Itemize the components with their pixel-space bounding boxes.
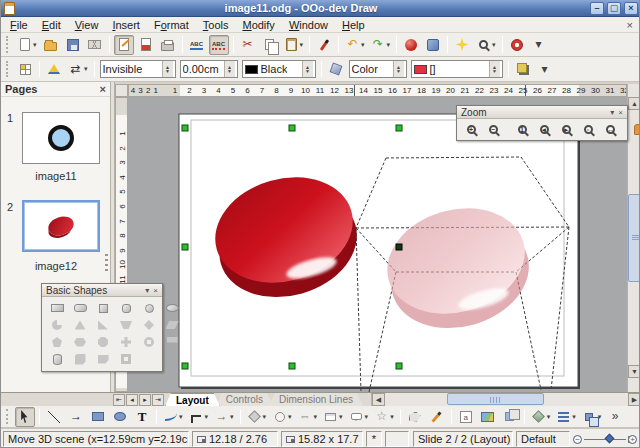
shape-block-arc-button[interactable]: [162, 334, 182, 350]
status-slide[interactable]: Slide 2 / 2 (Layout): [413, 431, 513, 447]
dropdown-arrow-icon[interactable]: ▾: [179, 413, 183, 421]
arrow-style-button[interactable]: ⇄▾: [66, 59, 90, 79]
selection-handle[interactable]: [182, 125, 188, 131]
toolbar-grip[interactable]: [6, 61, 11, 78]
glue-points-button[interactable]: [427, 407, 447, 427]
selection-handle[interactable]: [396, 244, 402, 250]
document-as-email-button[interactable]: [85, 35, 105, 55]
selection-handle[interactable]: [182, 363, 188, 369]
dropdown-arrow-icon[interactable]: ▾: [387, 41, 391, 49]
line-width-input[interactable]: 0.00cm▲▼: [180, 60, 238, 78]
dropdown-arrow-icon[interactable]: ▾: [288, 413, 292, 421]
shape-frame-button[interactable]: [116, 351, 136, 367]
dropdown-arrow-icon[interactable]: ▾: [390, 413, 394, 421]
format-paintbrush-button[interactable]: [314, 35, 334, 55]
flowcharts-button[interactable]: ▾: [321, 407, 345, 427]
line-button[interactable]: [44, 407, 64, 427]
zoom-palette-titlebar[interactable]: Zoom ▾ ×: [457, 106, 627, 119]
line-color-select[interactable]: Black▲▼: [242, 60, 316, 78]
menu-view[interactable]: View: [68, 18, 106, 32]
navigator-button[interactable]: [423, 35, 443, 55]
shadow-button[interactable]: [513, 59, 533, 79]
status-size[interactable]: 15.82 x 17.7: [281, 431, 363, 447]
menu-insert[interactable]: Insert: [105, 18, 147, 32]
alignment-button[interactable]: ▾: [554, 407, 578, 427]
from-file-button[interactable]: [478, 407, 498, 427]
menu-tools[interactable]: Tools: [196, 18, 236, 32]
shape-square-rounded-button[interactable]: [116, 300, 136, 316]
toolbar-grip[interactable]: [6, 36, 11, 52]
copy-button[interactable]: [260, 35, 280, 55]
page-thumbnail-1[interactable]: [22, 112, 100, 164]
toolbar-overflow-button[interactable]: ▾: [529, 35, 549, 55]
basic-shapes-button[interactable]: ▾: [245, 407, 269, 427]
entire-page-button[interactable]: ▫: [578, 121, 598, 138]
spinner-icon[interactable]: ▲▼: [393, 61, 404, 77]
shape-ellipse-button[interactable]: [162, 300, 182, 316]
select-button[interactable]: [15, 407, 35, 427]
zoom-slider[interactable]: − +: [573, 431, 637, 447]
dropdown-arrow-icon[interactable]: ▾: [84, 65, 88, 73]
page-width-button[interactable]: ↔: [600, 121, 620, 138]
scroll-up-icon[interactable]: ▲: [628, 97, 640, 110]
curve-button[interactable]: ▾: [161, 407, 185, 427]
line-ends-with-arrow-button[interactable]: →: [66, 407, 86, 427]
pages-panel-close-icon[interactable]: ×: [100, 83, 106, 95]
minimize-button[interactable]: –: [590, 2, 604, 15]
scroll-left-icon[interactable]: ◀: [372, 393, 385, 406]
zoom-previous-button[interactable]: ◂: [534, 121, 554, 138]
next-page-button[interactable]: ▸: [139, 394, 151, 406]
shift-button[interactable]: [629, 121, 640, 138]
gallery2-button[interactable]: [500, 407, 520, 427]
print-button[interactable]: [158, 35, 178, 55]
shapes-palette-titlebar[interactable]: Basic Shapes ▾ ×: [42, 284, 162, 297]
gallery-button[interactable]: [401, 35, 421, 55]
block-arrows-button[interactable]: ⇔▾: [296, 407, 320, 427]
ruler-corner[interactable]: [115, 84, 128, 97]
stars-and-banners-button[interactable]: ☆▾: [372, 407, 396, 427]
dropdown-arrow-icon[interactable]: ▾: [230, 413, 234, 421]
selection-handle[interactable]: [396, 363, 402, 369]
dropdown-arrow-icon[interactable]: ▾: [205, 413, 209, 421]
selection-handle[interactable]: [396, 125, 402, 131]
menu-format[interactable]: Format: [147, 18, 196, 32]
dropdown-arrow-icon[interactable]: ▾: [365, 413, 369, 421]
arrange-button[interactable]: ▾: [580, 407, 604, 427]
paste-button[interactable]: ▾: [282, 35, 306, 55]
dropdown-arrow-icon[interactable]: ▾: [572, 413, 576, 421]
zoom-in-icon[interactable]: +: [628, 435, 637, 444]
close-button[interactable]: ×: [624, 2, 638, 15]
shape-ring-button[interactable]: [139, 334, 159, 350]
line-style-select[interactable]: Invisible▲▼: [100, 60, 176, 78]
tab-layout[interactable]: Layout: [165, 393, 220, 406]
pages-panel-scroll-handle[interactable]: [105, 254, 108, 272]
last-page-button[interactable]: ⇥: [152, 394, 164, 406]
horizontal-ruler[interactable]: 4321123456789101112131415161718192021222…: [128, 84, 627, 97]
tab-dimension-lines[interactable]: Dimension Lines: [269, 393, 363, 406]
redo-button[interactable]: ↷▾: [369, 35, 393, 55]
zoom-button[interactable]: ▾: [474, 35, 498, 55]
zoom-slider-thumb[interactable]: [605, 433, 615, 443]
edit-file-button[interactable]: [114, 35, 134, 55]
area-style-select[interactable]: Color▲▼: [349, 60, 407, 78]
palette-menu-icon[interactable]: ▾: [610, 108, 614, 117]
palette-close-icon[interactable]: ×: [153, 286, 158, 295]
export-as-pdf-button[interactable]: [136, 35, 156, 55]
help-button[interactable]: [507, 35, 527, 55]
menu-modify[interactable]: Modify: [235, 18, 281, 32]
area-dialog-button[interactable]: [326, 59, 346, 79]
menu-help[interactable]: Help: [335, 18, 372, 32]
dropdown-arrow-icon[interactable]: ▾: [300, 41, 304, 49]
palette-menu-icon[interactable]: ▾: [145, 286, 149, 295]
undo-button[interactable]: ↶▾: [343, 35, 367, 55]
shape-octagon-button[interactable]: [93, 334, 113, 350]
menu-edit[interactable]: Edit: [35, 18, 68, 32]
shape-diamond-button[interactable]: [139, 317, 159, 333]
close-document-button[interactable]: ×: [627, 19, 633, 31]
zoom-100-percent-button[interactable]: 1: [512, 121, 532, 138]
selection-handle[interactable]: [182, 244, 188, 250]
spinner-icon[interactable]: ▲▼: [162, 61, 173, 77]
shape-cube-button[interactable]: [70, 351, 90, 367]
scroll-down-icon[interactable]: ▼: [628, 365, 640, 378]
display-grid-button[interactable]: [452, 35, 472, 55]
